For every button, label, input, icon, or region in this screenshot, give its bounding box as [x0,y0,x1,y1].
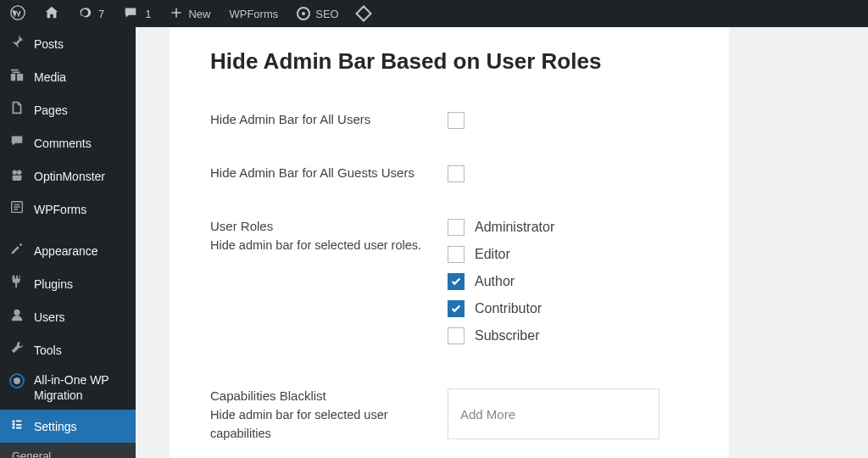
toolbar-wpforms[interactable]: WPForms [225,8,281,20]
caps-desc: Hide admin bar for selected user capabil… [210,406,431,444]
wpforms-icon [8,199,25,219]
role-row: Subscriber [448,327,688,344]
sidebar-label-appearance: Appearance [34,244,98,258]
tools-icon [8,340,25,360]
update-icon [78,6,92,22]
sidebar-label-plugins: Plugins [34,277,73,291]
sidebar-label-optinmonster: OptinMonster [34,170,105,183]
role-label: Contributor [475,301,542,316]
role-label: Administrator [475,220,554,235]
role-checkbox[interactable] [448,273,465,290]
diamond-icon [355,5,372,22]
capabilities-input[interactable]: Add More [448,388,659,439]
admin-toolbar: 7 1 New WPForms SEO [0,0,868,27]
users-icon [8,307,25,327]
label-all-guests: Hide Admin Bar for All Guests Users [210,157,448,210]
toolbar-monsterinsights[interactable] [354,8,373,20]
role-label: Author [475,274,515,289]
user-roles-title: User Roles [210,219,431,233]
role-checkbox[interactable] [448,300,465,317]
sidebar-label-wpforms: WPForms [34,203,86,216]
sidebar-label-comments: Comments [34,137,92,150]
sidebar-item-plugins[interactable]: Plugins [0,267,136,300]
sidebar-item-media[interactable]: Media [0,60,136,93]
role-checkbox[interactable] [448,327,465,344]
optinmonster-icon [8,166,25,186]
label-user-roles: User Roles Hide admin bar for selected u… [210,210,448,380]
pushpin-icon [8,34,25,53]
comment-icon [123,5,138,23]
pages-icon [8,100,25,120]
sidebar-item-users[interactable]: Users [0,300,136,333]
page-title: Hide Admin Bar Based on User Roles [210,48,688,75]
sidebar-label-tools: Tools [34,344,62,357]
sidebar-item-wpforms[interactable]: WPForms [0,193,136,226]
sidebar-label-users: Users [34,310,65,324]
sidebar-item-comments[interactable]: Comments [0,126,136,159]
plugins-icon [8,274,25,293]
admin-sidebar: Posts Media Pages Comments OptinMonster [0,27,136,458]
sidebar-item-posts[interactable]: Posts [0,27,136,60]
sidebar-label-pages: Pages [34,103,68,117]
role-row: Contributor [448,300,688,317]
content-area: Hide Admin Bar Based on User Roles Hide … [136,27,868,458]
sidebar-label-posts: Posts [34,37,64,51]
user-roles-desc: Hide admin bar for selected user roles. [210,237,431,255]
sidebar-item-settings[interactable]: Settings [0,410,136,443]
comments-icon [8,133,25,153]
updates-count: 7 [98,8,104,20]
updates[interactable]: 7 [75,6,108,22]
sidebar-item-appearance[interactable]: Appearance [0,234,136,267]
comments-count: 1 [145,8,151,20]
sidebar-subitem-general[interactable]: General [0,443,136,458]
toolbar-wpforms-label: WPForms [229,8,278,20]
site-home[interactable] [41,5,63,23]
plus-icon [170,6,183,22]
media-icon [8,67,25,87]
sidebar-item-optinmonster[interactable]: OptinMonster [0,159,136,193]
comments[interactable]: 1 [120,5,154,23]
gear-icon [297,7,310,20]
settings-icon [8,416,25,436]
admin-wrap: Posts Media Pages Comments OptinMonster [0,27,868,458]
role-row: Administrator [448,219,688,236]
home-icon [44,5,59,23]
toolbar-seo-label: SEO [315,8,338,20]
role-label: Subscriber [475,328,539,344]
role-checkbox[interactable] [448,246,465,263]
sidebar-item-tools[interactable]: Tools [0,333,136,366]
sidebar-item-aiowpm[interactable]: All-in-One WP Migration [0,366,136,410]
wp-logo[interactable] [7,5,29,23]
sidebar-label-settings: Settings [34,420,77,433]
sidebar-label-aiowpm: All-in-One WP Migration [34,373,127,403]
role-checkbox[interactable] [448,219,465,236]
form-table: Hide Admin Bar for All Users Hide Admin … [210,103,688,452]
toolbar-seo[interactable]: SEO [293,7,342,20]
sidebar-separator [0,226,136,234]
wordpress-logo-icon [10,5,25,23]
new-content[interactable]: New [166,6,214,22]
caps-title: Capabilities Blacklist [210,388,431,403]
capabilities-placeholder: Add More [460,407,515,422]
role-label: Editor [475,247,510,262]
sidebar-label-media: Media [34,70,66,84]
svg-point-2 [17,170,21,175]
checkbox-all-guests[interactable] [448,165,465,182]
label-all-users: Hide Admin Bar for All Users [210,103,448,157]
sidebar-item-pages[interactable]: Pages [0,93,136,126]
svg-point-4 [14,310,19,316]
appearance-icon [8,241,25,260]
aiowpm-icon [8,373,25,393]
svg-point-1 [13,170,17,175]
svg-point-0 [11,5,25,19]
role-row: Editor [448,246,688,263]
roles-cell: AdministratorEditorAuthorContributorSubs… [448,210,688,380]
label-capabilities: Capabilities Blacklist Hide admin bar fo… [210,380,448,452]
new-label: New [188,8,210,20]
settings-panel: Hide Admin Bar Based on User Roles Hide … [170,27,729,458]
role-row: Author [448,273,688,290]
checkbox-all-users[interactable] [448,112,465,129]
